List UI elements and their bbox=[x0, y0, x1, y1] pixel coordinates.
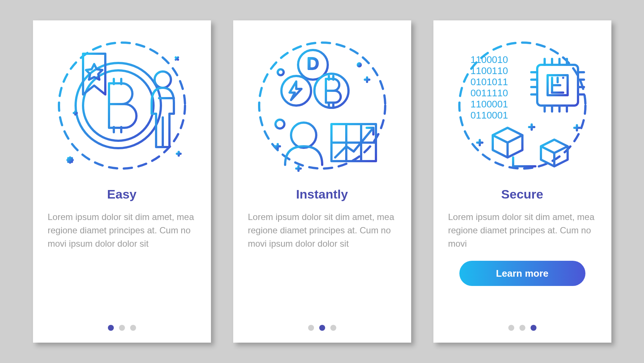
svg-text:D: D bbox=[307, 54, 319, 73]
dot-2[interactable] bbox=[319, 325, 325, 331]
pagination-dots bbox=[508, 325, 536, 331]
secure-illustration: 1100010 1100110 0101011 0011110 1100001 … bbox=[448, 31, 597, 180]
svg-text:1100010: 1100010 bbox=[470, 54, 508, 65]
card-title: Secure bbox=[501, 187, 543, 202]
card-body: Lorem ipsum dolor sit dim amet, mea regi… bbox=[248, 210, 396, 250]
dot-2[interactable] bbox=[119, 325, 125, 331]
dot-1[interactable] bbox=[308, 325, 314, 331]
svg-text:1100110: 1100110 bbox=[470, 65, 508, 76]
svg-point-12 bbox=[275, 120, 284, 129]
svg-point-0 bbox=[59, 43, 185, 169]
pagination-dots bbox=[108, 325, 136, 331]
svg-text:0011110: 0011110 bbox=[470, 87, 508, 99]
card-title: Easy bbox=[107, 187, 136, 202]
svg-point-23 bbox=[562, 77, 564, 79]
svg-text:0110001: 0110001 bbox=[470, 110, 508, 121]
dot-1[interactable] bbox=[108, 325, 114, 331]
svg-point-11 bbox=[278, 69, 284, 75]
onboarding-card-easy: Easy Lorem ipsum dolor sit dim amet, mea… bbox=[33, 20, 211, 343]
svg-point-13 bbox=[358, 63, 361, 66]
instantly-illustration: D bbox=[248, 31, 396, 180]
svg-point-3 bbox=[155, 71, 171, 88]
dot-3[interactable] bbox=[330, 325, 336, 331]
svg-point-1 bbox=[76, 63, 161, 148]
card-body: Lorem ipsum dolor sit dim amet, mea regi… bbox=[48, 210, 196, 250]
svg-text:1100001: 1100001 bbox=[470, 99, 508, 110]
svg-text:0101011: 0101011 bbox=[470, 76, 508, 87]
easy-illustration bbox=[48, 31, 196, 180]
svg-point-24 bbox=[551, 91, 553, 94]
card-title: Instantly bbox=[296, 187, 348, 202]
dot-2[interactable] bbox=[519, 325, 525, 331]
svg-point-2 bbox=[83, 70, 153, 141]
svg-point-9 bbox=[291, 123, 316, 148]
card-body: Lorem ipsum dolor sit dim amet, mea regi… bbox=[448, 210, 597, 250]
onboarding-card-secure: 1100010 1100110 0101011 0011110 1100001 … bbox=[433, 20, 611, 343]
dot-3[interactable] bbox=[130, 325, 136, 331]
onboarding-card-instantly: D Instantly Lorem ipsum dolor sit dim am… bbox=[233, 20, 411, 343]
pagination-dots bbox=[308, 325, 336, 331]
dot-1[interactable] bbox=[508, 325, 514, 331]
dot-3[interactable] bbox=[531, 325, 536, 331]
learn-more-button[interactable]: Learn more bbox=[459, 261, 585, 286]
